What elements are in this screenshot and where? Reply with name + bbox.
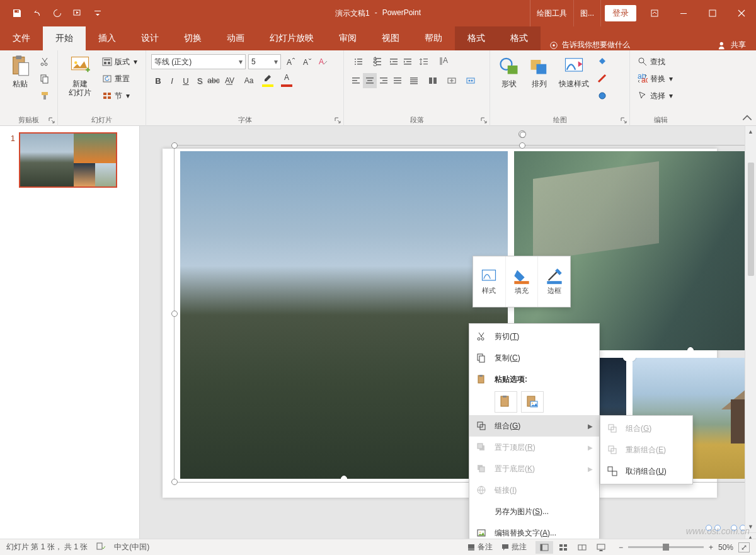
shape-fill-button[interactable] (595, 54, 610, 69)
font-color-icon[interactable]: A (277, 73, 296, 88)
scroll-down-icon[interactable]: ▼ (745, 521, 756, 532)
resize-handle[interactable] (171, 311, 178, 317)
notes-button[interactable]: 备注 (467, 542, 493, 552)
ctx-save-as-picture[interactable]: 另存为图片(S)... (469, 501, 599, 522)
format-painter-button[interactable] (37, 88, 52, 103)
mini-outline-button[interactable]: 边框 (538, 256, 570, 307)
ctx-cut[interactable]: 剪切(T) (469, 326, 599, 347)
italic-icon[interactable]: I (165, 73, 179, 88)
slide-canvas[interactable]: 样式 填充 边框 剪切(T) 复制(C) 粘贴选项: 组合(G)▶ 置于顶层(R… (140, 126, 756, 555)
increase-font-icon[interactable]: A (284, 54, 297, 69)
font-dialog-launcher[interactable] (333, 116, 342, 125)
bold-icon[interactable]: B (151, 73, 165, 88)
normal-view-icon[interactable] (536, 541, 553, 554)
change-case-icon[interactable]: Aa (239, 73, 258, 88)
tab-animations[interactable]: 动画 (214, 26, 257, 50)
shadow-icon[interactable]: S (193, 73, 207, 88)
spellcheck-icon[interactable] (96, 542, 105, 552)
distribute-icon[interactable] (404, 73, 423, 88)
tab-design[interactable]: 设计 (129, 26, 171, 50)
save-icon[interactable] (9, 5, 25, 21)
collapse-ribbon-icon[interactable] (741, 113, 753, 123)
underline-icon[interactable]: U (179, 73, 193, 88)
rotate-handle-icon[interactable] (518, 130, 526, 138)
align-left-icon[interactable] (349, 73, 363, 88)
drawing-dialog-launcher[interactable] (619, 116, 628, 125)
resize-handle[interactable] (171, 479, 178, 485)
picture-koi-pond[interactable] (514, 151, 756, 350)
ribbon-options-icon[interactable] (640, 0, 669, 26)
tab-view[interactable]: 视图 (369, 26, 412, 50)
tab-home[interactable]: 开始 (43, 26, 86, 50)
share-button[interactable]: 共享 (708, 40, 756, 50)
tab-file[interactable]: 文件 (0, 26, 43, 50)
align-text-icon[interactable] (442, 73, 461, 88)
justify-icon[interactable] (391, 73, 404, 88)
paragraph-dialog-launcher[interactable] (479, 116, 488, 125)
highlight-color-icon[interactable] (258, 73, 277, 88)
minimize-icon[interactable] (669, 0, 698, 26)
slide-counter[interactable]: 幻灯片 第 1 张， 共 1 张 (6, 542, 88, 552)
align-center-icon[interactable] (363, 73, 377, 88)
tab-transitions[interactable]: 切换 (171, 26, 214, 50)
new-slide-button[interactable]: 新建 幻灯片 (63, 53, 97, 106)
tab-drawing-format[interactable]: 格式 (455, 26, 498, 50)
smartart-convert-icon[interactable] (461, 73, 480, 88)
decrease-indent-icon[interactable] (387, 54, 401, 69)
decrease-font-icon[interactable]: A (300, 54, 314, 69)
tab-review[interactable]: 审阅 (326, 26, 369, 50)
tell-me-search[interactable]: 告诉我你想要做什么 (541, 40, 639, 50)
shape-outline-button[interactable] (595, 71, 610, 86)
resize-handle[interactable] (171, 142, 178, 149)
vertical-scrollbar[interactable]: ▲ ▼ ⮝ ⮟ (745, 126, 756, 555)
slide-thumbnail-1[interactable] (19, 132, 117, 188)
submenu-ungroup[interactable]: 取消组合(U) (600, 461, 692, 482)
redo-icon[interactable] (49, 5, 66, 21)
mini-fill-button[interactable]: 填充 (506, 256, 539, 307)
shapes-button[interactable]: 形状 (495, 53, 523, 106)
section-button[interactable]: 节▾ (100, 88, 140, 103)
paste-button[interactable]: 粘贴 (5, 53, 35, 106)
shape-effects-button[interactable] (595, 88, 610, 103)
font-size-combo[interactable]: 5▾ (248, 54, 281, 69)
tab-help[interactable]: 帮助 (412, 26, 455, 50)
arrange-button[interactable]: 排列 (525, 53, 553, 106)
sign-in-button[interactable]: 登录 (605, 5, 636, 21)
copy-button[interactable] (37, 71, 52, 86)
bullets-icon[interactable] (349, 54, 368, 69)
find-button[interactable]: 查找 (635, 54, 687, 69)
font-name-combo[interactable]: 等线 (正文)▾ (151, 54, 246, 69)
scroll-up-icon[interactable]: ▲ (745, 126, 756, 137)
columns-icon[interactable] (423, 73, 442, 88)
ctx-copy[interactable]: 复制(C) (469, 347, 599, 369)
zoom-in-icon[interactable]: + (709, 543, 713, 552)
char-spacing-icon[interactable]: AV (220, 73, 239, 88)
zoom-slider[interactable] (628, 546, 704, 548)
clipboard-dialog-launcher[interactable] (47, 116, 56, 125)
reading-view-icon[interactable] (573, 541, 591, 554)
start-from-beginning-icon[interactable] (69, 5, 86, 21)
undo-icon[interactable] (29, 5, 45, 21)
close-icon[interactable] (727, 0, 756, 26)
mini-style-button[interactable]: 样式 (473, 256, 506, 307)
tab-slideshow[interactable]: 幻灯片放映 (257, 26, 326, 50)
tab-picture-format[interactable]: 格式 (498, 26, 541, 50)
slide-thumbnail-panel[interactable]: 1 (0, 126, 140, 555)
paste-picture-icon[interactable] (521, 391, 544, 413)
comments-button[interactable]: 批注 (501, 542, 527, 552)
cut-button[interactable] (37, 54, 52, 69)
language-label[interactable]: 中文(中国) (114, 542, 149, 552)
quick-styles-button[interactable]: 快速样式 (556, 53, 592, 106)
resize-handle[interactable] (519, 142, 525, 149)
slideshow-view-icon[interactable] (592, 541, 610, 554)
layout-button[interactable]: 版式▾ (100, 54, 140, 69)
increase-indent-icon[interactable] (401, 54, 415, 69)
zoom-out-icon[interactable]: − (619, 543, 623, 552)
picture-mountain[interactable] (180, 151, 508, 479)
scrollbar-thumb[interactable] (748, 163, 754, 276)
qat-more-icon[interactable] (89, 5, 106, 21)
tab-insert[interactable]: 插入 (86, 26, 129, 50)
zoom-control[interactable]: − + 50% ⤢ (619, 542, 750, 552)
sorter-view-icon[interactable] (554, 541, 572, 554)
zoom-percent[interactable]: 50% (718, 543, 733, 552)
